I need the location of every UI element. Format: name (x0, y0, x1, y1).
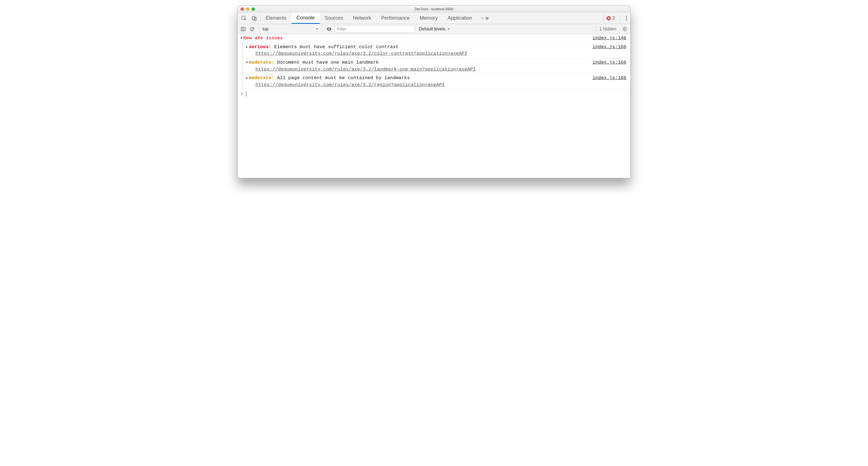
svg-line-18 (626, 27, 626, 28)
svg-line-7 (251, 28, 253, 30)
error-count-badge[interactable]: 2 (607, 15, 615, 21)
rule-link[interactable]: https://dequeuniversity.com/rules/axe/3.… (255, 50, 626, 57)
window-title: DevTools - localhost:3000/ (414, 7, 454, 11)
titlebar: DevTools - localhost:3000/ (238, 6, 630, 12)
clear-console-icon[interactable] (249, 26, 255, 32)
tab-application[interactable]: Application (442, 12, 477, 24)
devtools-window: DevTools - localhost:3000/ Elements Cons… (238, 5, 630, 178)
source-link[interactable]: index.js:166 (593, 44, 626, 51)
message-text: Elements must have sufficient color cont… (274, 44, 399, 50)
inspect-element-icon[interactable] (241, 15, 247, 22)
console-toolbar: top Default levels 1 hidden (238, 24, 630, 34)
prompt-cursor (246, 91, 246, 97)
hidden-messages-count[interactable]: 1 hidden (599, 27, 616, 32)
svg-rect-4 (241, 27, 246, 31)
tab-label: Elements (266, 15, 286, 21)
chevron-down-icon (447, 27, 450, 31)
svg-point-9 (329, 28, 330, 30)
tab-label: Performance (381, 15, 410, 21)
tab-label: Application (447, 15, 472, 21)
window-zoom-button[interactable] (252, 7, 255, 11)
tab-label: Network (353, 15, 371, 21)
window-minimize-button[interactable] (246, 7, 249, 11)
chevron-down-icon (315, 27, 319, 31)
disclosure-icon[interactable]: ▼ (240, 35, 243, 42)
rule-link[interactable]: https://dequeuniversity.com/rules/axe/3.… (255, 66, 626, 73)
disclosure-icon[interactable]: ▶ (245, 75, 249, 88)
prompt-caret-icon: › (241, 91, 243, 97)
tab-memory[interactable]: Memory (414, 12, 442, 24)
error-count-value: 2 (613, 15, 615, 21)
more-tabs-button[interactable]: » (477, 12, 491, 24)
severity-label: serious: (249, 44, 272, 50)
tab-network[interactable]: Network (348, 12, 376, 24)
execution-context-value: top (262, 27, 269, 32)
message-text: Document must have one main landmark (277, 60, 379, 65)
console-group-header[interactable]: ▼ New aXe issues index.js:146 (238, 34, 630, 43)
svg-line-17 (623, 30, 624, 31)
console-prompt[interactable]: › (238, 89, 630, 101)
tab-sources[interactable]: Sources (320, 12, 348, 24)
error-icon (607, 16, 611, 21)
source-link[interactable]: index.js:146 (593, 35, 626, 42)
log-levels-select[interactable]: Default levels (419, 27, 450, 32)
severity-label: moderate: (249, 75, 274, 81)
panel-tabs: Elements Console Sources Network Perform… (238, 12, 630, 24)
message-text: All page content must be contained by la… (277, 75, 410, 81)
source-link[interactable]: index.js:166 (593, 59, 626, 66)
tab-label: Console (297, 15, 315, 21)
tab-console[interactable]: Console (291, 12, 320, 24)
settings-kebab-icon[interactable] (625, 15, 627, 22)
console-message[interactable]: ▼ moderate: Document must have one main … (238, 58, 630, 74)
console-group-title: New aXe issues (243, 35, 283, 42)
console-message[interactable]: ▶ serious: Elements must have sufficient… (238, 43, 630, 58)
source-link[interactable]: index.js:166 (593, 75, 626, 82)
rule-link[interactable]: https://dequeuniversity.com/rules/axe/3.… (255, 82, 626, 89)
tab-elements[interactable]: Elements (261, 12, 291, 24)
svg-point-10 (624, 28, 626, 30)
window-controls (241, 7, 255, 11)
tab-label: Sources (325, 15, 343, 21)
live-expression-icon[interactable] (326, 26, 333, 32)
console-message[interactable]: ▶ moderate: All page content must be con… (238, 74, 630, 89)
filter-input[interactable] (335, 26, 415, 33)
execution-context-select[interactable]: top (262, 27, 319, 32)
console-output: ▼ New aXe issues index.js:146 ▶ serious: (238, 34, 630, 178)
log-levels-label: Default levels (419, 27, 445, 32)
show-console-sidebar-icon[interactable] (240, 26, 247, 32)
tab-label: Memory (420, 15, 438, 21)
device-toolbar-icon[interactable] (251, 15, 258, 22)
svg-line-15 (623, 27, 624, 28)
window-close-button[interactable] (241, 7, 244, 11)
disclosure-icon[interactable]: ▶ (245, 44, 249, 57)
svg-line-16 (626, 30, 626, 31)
severity-label: moderate: (249, 60, 274, 65)
disclosure-icon[interactable]: ▼ (245, 59, 249, 73)
tab-performance[interactable]: Performance (376, 12, 414, 24)
console-settings-icon[interactable] (621, 26, 628, 32)
